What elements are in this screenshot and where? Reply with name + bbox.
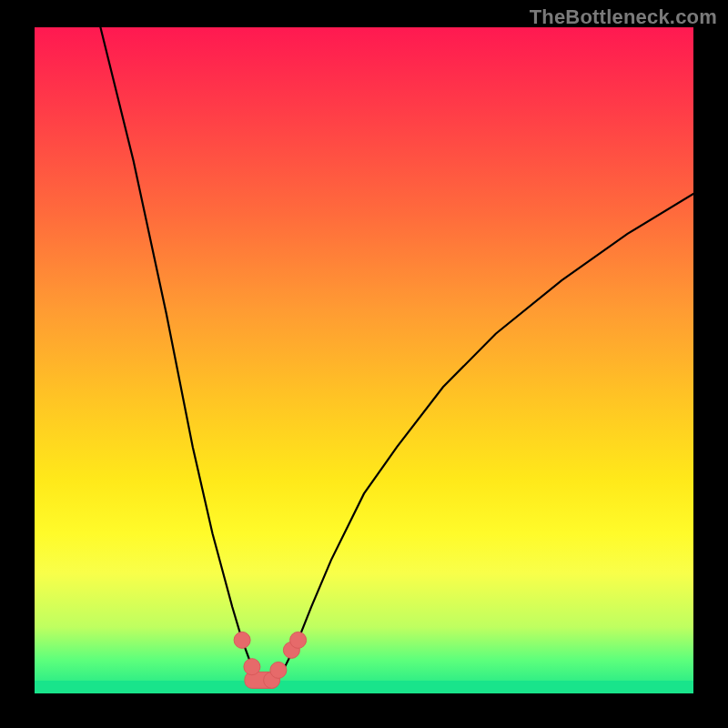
marker-dot bbox=[270, 662, 287, 678]
marker-dot bbox=[234, 632, 250, 648]
marker-group bbox=[234, 632, 307, 688]
marker-dot bbox=[290, 632, 307, 648]
watermark-text: TheBottleneck.com bbox=[530, 5, 717, 29]
marker-dot bbox=[244, 659, 260, 675]
curve-left bbox=[100, 27, 261, 680]
curve-right bbox=[262, 194, 693, 680]
chart-plot-area bbox=[35, 27, 693, 693]
chart-svg bbox=[35, 27, 693, 693]
bottleneck-curve bbox=[100, 27, 693, 680]
